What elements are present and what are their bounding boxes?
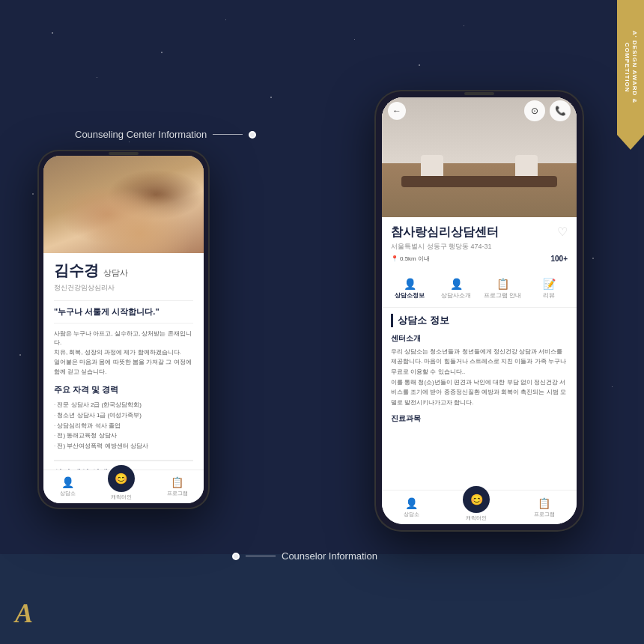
annotation-center-info: Counseling Center Information (75, 129, 256, 140)
tab-label-info: 상담소정보 (395, 291, 425, 300)
program-icon: 📋 (171, 476, 183, 488)
tab-label-program: 프로그램 안내 (484, 291, 521, 300)
person-icon: 👤 (61, 476, 74, 488)
annotation-dot-2 (232, 553, 240, 560)
credential-item: 전) 부산여성폭력 예방센터 상담사 (54, 441, 193, 452)
distance-badge: 📍 0.5km 이내 (391, 255, 430, 263)
tab-review[interactable]: 📝 리뷰 (527, 275, 571, 303)
phone-speaker-right (464, 92, 494, 95)
center-info-block: 참사랑심리상담센터 ♡ 서울특별시 성동구 행당동 474-31 📍 0.5km… (382, 217, 577, 270)
distance-text: 0.5km 이내 (400, 255, 430, 263)
left-phone: 김수경 상담사 정신건강임상심리사 "누구나 서툴게 시작합니다." 사람은 누… (37, 150, 210, 509)
counselor-subtitle: 정신건강임상심리사 (54, 283, 193, 293)
right-bottom-nav: 👤 상담소 😊 캐릭터인 📋 프로그램 (382, 490, 577, 524)
annotation-center-info-text: Counseling Center Information (75, 129, 207, 140)
nav-center-button[interactable]: 😊 (108, 465, 135, 492)
nav-item-program[interactable]: 📋 프로그램 (167, 476, 188, 497)
right-nav-person-icon: 👤 (405, 497, 418, 509)
annotation-counselor-info-text: Counselor Information (282, 550, 377, 562)
call-button[interactable]: 📞 (550, 100, 571, 121)
center-address: 서울특별시 성동구 행당동 474-31 (391, 242, 568, 252)
award-triangle (617, 135, 644, 150)
award-badge: A' DESIGN AWARD & COMPETITION (617, 0, 644, 135)
tab-label-intro: 상담사소개 (441, 291, 471, 300)
counselor-profile-content: 김수경 상담사 정신건강임상심리사 "누구나 서툴게 시작합니다." 사람은 누… (43, 253, 204, 470)
right-nav-center: 😊 캐릭터인 (463, 493, 490, 522)
right-nav-counseling[interactable]: 👤 상담소 (404, 497, 419, 518)
smile-icon: 😊 (115, 473, 127, 484)
center-name-row: 참사랑심리상담센터 ♡ (391, 225, 568, 240)
center-distance-row: 📍 0.5km 이내 100+ (391, 255, 568, 263)
left-phone-screen: 김수경 상담사 정신건강임상심리사 "누구나 서툴게 시작합니다." 사람은 누… (43, 156, 204, 503)
room-floor (382, 163, 577, 217)
right-nav-center-button[interactable]: 😊 (463, 486, 490, 513)
phone-speaker-left (109, 152, 139, 155)
nav-label-center: 캐릭터인 (111, 493, 132, 501)
nav-item-counseling[interactable]: 👤 상담소 (60, 476, 76, 497)
counselor-quote: "누구나 서툴게 시작합니다." (54, 300, 193, 323)
counseling-info-section: 상담소 정보 센터소개 우리 상담소는 청소년들과 청년들에게 정신건강 상담과… (382, 308, 577, 431)
counselor-name: 김수경 (54, 261, 99, 281)
tab-program[interactable]: 📋 프로그램 안내 (481, 275, 524, 303)
credentials-section-title: 주요 자격 및 경력 (54, 384, 193, 395)
top-right-buttons: ⊙ 📞 (524, 100, 571, 121)
hands-image-sim (43, 156, 204, 253)
back-button[interactable]: ← (388, 102, 406, 120)
right-nav-program-icon: 📋 (538, 497, 550, 509)
credential-item: 청소년 상담사 1급 (여성가족부) (54, 410, 193, 421)
center-tabs: 👤 상담소정보 👤 상담사소개 📋 프로그램 안내 📝 리뷰 (382, 270, 577, 308)
credential-item: 전문 상담사 2급 (한국상담학회) (54, 400, 193, 410)
location-icon: 📍 (391, 255, 398, 262)
annotation-line-1 (213, 134, 243, 135)
section-title-info: 상담소 정보 (391, 314, 568, 327)
right-phone-screen: ← ⊙ 📞 참사랑심리상담센터 ♡ 서울특별시 성동구 행당동 474-31 (382, 97, 577, 524)
right-nav-smile-icon: 😊 (470, 493, 483, 505)
tab-counselor-intro[interactable]: 👤 상담사소개 (434, 275, 478, 303)
counselor-description: 사람은 누구나 아프고, 실수하고, 상처받는 존재입니다. 치유, 회복, 성… (54, 329, 193, 377)
room-table (401, 176, 557, 187)
city-silhouette (0, 554, 644, 644)
counselor-hero-image (43, 156, 204, 253)
right-nav-label-counseling: 상담소 (404, 511, 419, 518)
right-phone: ← ⊙ 📞 참사랑심리상담센터 ♡ 서울특별시 성동구 행당동 474-31 (374, 90, 584, 532)
award-badge-text: A' DESIGN AWARD & COMPETITION (623, 7, 639, 127)
counselor-name-row: 김수경 상담사 (54, 261, 193, 281)
a-design-logo: A (15, 598, 33, 629)
center-intro-title: 센터소개 (391, 333, 568, 344)
right-nav-label-program: 프로그램 (534, 511, 555, 518)
credential-item: 상담심리학과 석사 졸업 (54, 421, 193, 431)
subject-label: 진료과목 (391, 413, 568, 424)
annotation-line-2 (246, 556, 276, 556)
tab-counseling-info[interactable]: 👤 상담소정보 (388, 275, 431, 303)
tab-icon-intro: 👤 (450, 278, 463, 290)
credential-item: 전) 동래교육청 상담사 (54, 431, 193, 441)
nav-label-program: 프로그램 (167, 490, 188, 497)
counselor-title: 상담사 (103, 267, 128, 279)
center-name: 참사랑심리상담센터 (391, 225, 499, 240)
tab-icon-info: 👤 (404, 278, 416, 290)
nav-item-center: 😊 캐릭터인 (108, 473, 135, 501)
nav-label-counseling: 상담소 (60, 490, 76, 497)
center-content[interactable]: 참사랑심리상담센터 ♡ 서울특별시 성동구 행당동 474-31 📍 0.5km… (382, 217, 577, 490)
right-nav-program[interactable]: 📋 프로그램 (534, 497, 555, 518)
right-top-bar: ← ⊙ 📞 (382, 97, 577, 124)
heart-icon[interactable]: ♡ (557, 225, 568, 239)
main-container: Counseling Center Information Counselor … (0, 0, 644, 644)
tab-label-review: 리뷰 (543, 291, 555, 300)
center-hero-image: ← ⊙ 📞 (382, 97, 577, 217)
credentials-list: 전문 상담사 2급 (한국상담학회) 청소년 상담사 1급 (여성가족부) 상담… (54, 400, 193, 451)
count-badge: 100+ (550, 255, 568, 263)
left-bottom-nav: 👤 상담소 😊 캐릭터인 📋 프로그램 (43, 470, 204, 503)
annotation-dot-1 (249, 131, 256, 139)
left-scroll-content[interactable]: 김수경 상담사 정신건강임상심리사 "누구나 서툴게 시작합니다." 사람은 누… (43, 253, 204, 470)
annotation-counselor-info: Counselor Information (232, 550, 377, 562)
tab-icon-program: 📋 (496, 278, 509, 290)
share-button[interactable]: ⊙ (524, 100, 545, 121)
tab-icon-review: 📝 (543, 278, 556, 290)
right-nav-label-center: 캐릭터인 (466, 514, 487, 522)
center-intro-text: 우리 상담소는 청소년들과 청년들에게 정신건강 상담과 서비스를 제공합니다.… (391, 347, 568, 408)
